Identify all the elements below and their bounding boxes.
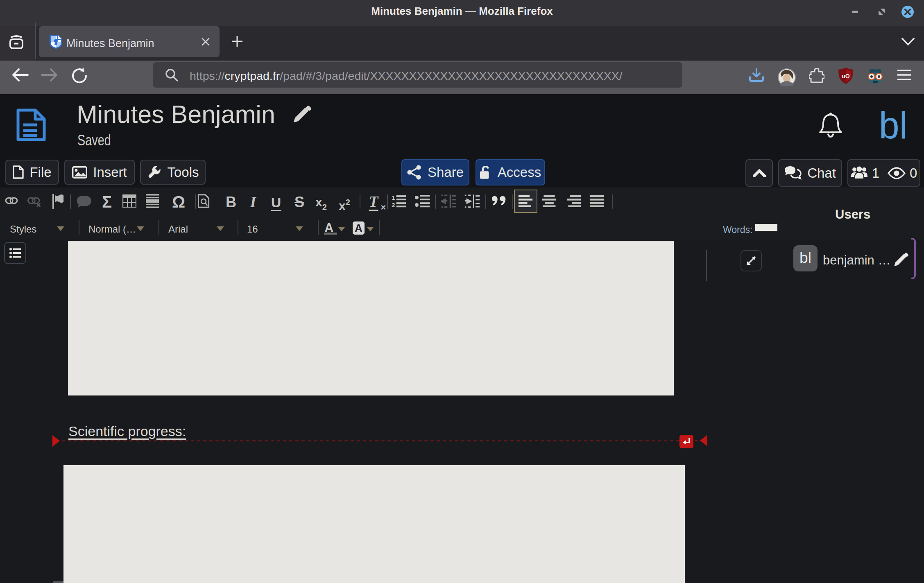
svg-text:2: 2 — [392, 201, 395, 208]
svg-text:uO: uO — [842, 73, 850, 79]
svg-text:1: 1 — [392, 194, 395, 201]
